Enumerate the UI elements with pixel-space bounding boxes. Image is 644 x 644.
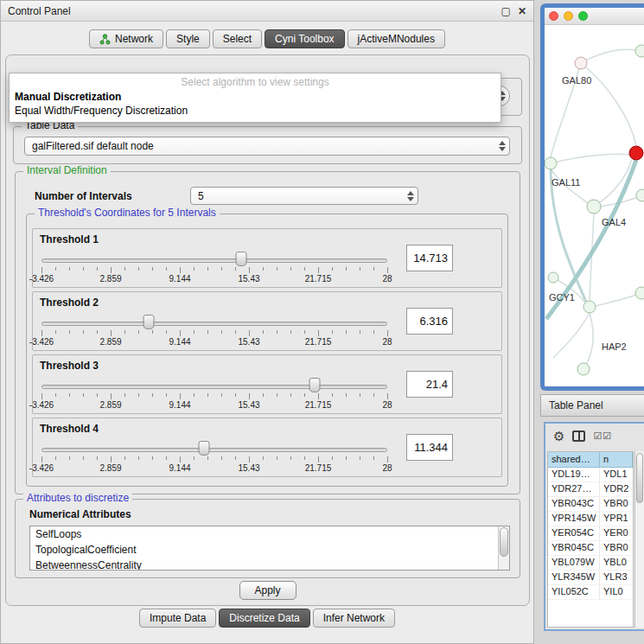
threshold-label: Threshold 1 bbox=[40, 233, 99, 245]
threshold-1-slider[interactable]: -3.4262.8599.14415.4321.71528 bbox=[41, 250, 387, 286]
table-row[interactable]: YDR27…YDR2 bbox=[548, 482, 633, 497]
minimize-button[interactable] bbox=[564, 11, 573, 21]
tab-select[interactable]: Select bbox=[213, 29, 262, 48]
slider-track[interactable] bbox=[41, 448, 387, 452]
columns-icon[interactable] bbox=[572, 430, 585, 442]
slider-track[interactable] bbox=[41, 385, 387, 389]
zoom-button[interactable] bbox=[578, 11, 588, 21]
slider-thumb[interactable] bbox=[309, 378, 321, 392]
tab-cyni-toolbox[interactable]: Cyni Toolbox bbox=[265, 29, 344, 48]
column-header-shared-name[interactable]: shared… bbox=[548, 452, 600, 468]
popup-placeholder: Select algorithm to view settings bbox=[10, 73, 501, 90]
network-canvas[interactable]: GAL80 GAL11 GAL4 GCY1 HAP2 bbox=[545, 25, 644, 386]
table-row[interactable]: YER054CYER0 bbox=[548, 526, 633, 541]
tab-network[interactable]: Network bbox=[89, 29, 163, 48]
node-partial-right[interactable] bbox=[636, 189, 644, 201]
scale-label: 21.715 bbox=[305, 463, 332, 473]
tab-label: Network bbox=[115, 33, 153, 45]
node-partial-right-2[interactable] bbox=[635, 287, 644, 299]
table-row[interactable]: YBR045CYBR0 bbox=[548, 541, 633, 556]
network-icon bbox=[99, 34, 111, 45]
table-data-selected: galFiltered.sif default node bbox=[32, 140, 154, 152]
node-gcy1[interactable] bbox=[583, 301, 596, 313]
popup-option-equal-width-frequency[interactable]: Equal Width/Frequency Discretization bbox=[10, 104, 501, 118]
node-gal80[interactable] bbox=[575, 57, 587, 69]
slider-ticks bbox=[41, 330, 387, 337]
network-window-titlebar[interactable] bbox=[545, 8, 644, 25]
slider-ticks bbox=[41, 393, 387, 400]
scale-label: 15.43 bbox=[238, 274, 259, 284]
node-gal4[interactable] bbox=[587, 200, 601, 214]
checkbox-icons[interactable]: ☑☑ bbox=[593, 431, 612, 441]
table-cell: YBR0 bbox=[600, 497, 633, 511]
column-header-name[interactable]: n bbox=[600, 452, 633, 468]
threshold-1-block: Threshold 1 -3.4262.8599.14415.4321.7152… bbox=[32, 228, 502, 288]
tab-label: Discretize Data bbox=[229, 612, 299, 624]
tab-discretize-data[interactable]: Discretize Data bbox=[219, 609, 309, 628]
control-panel-titlebar[interactable]: Control Panel ▢ ✕ bbox=[1, 1, 533, 22]
gear-icon[interactable]: ⚙ bbox=[553, 430, 564, 443]
scrollbar-thumb[interactable] bbox=[636, 453, 643, 503]
threshold-2-value-field[interactable] bbox=[406, 308, 453, 335]
node-table: shared… n YDL19…YDL1YDR27…YDR2YBR043CYBR… bbox=[547, 451, 634, 628]
table-row[interactable]: YDL19…YDL1 bbox=[548, 468, 633, 482]
tab-impute-data[interactable]: Impute Data bbox=[139, 609, 216, 628]
slider-scale: -3.4262.8599.14415.4321.71528 bbox=[41, 337, 387, 348]
slider-thumb[interactable] bbox=[199, 441, 210, 456]
node-hap2[interactable] bbox=[577, 363, 590, 375]
table-row[interactable]: YIL052CYIL0 bbox=[548, 585, 633, 600]
threshold-3-value-field[interactable] bbox=[406, 371, 453, 398]
table-cell: YIL0 bbox=[600, 585, 633, 599]
table-row[interactable]: YBR043CYBR0 bbox=[548, 497, 633, 512]
tab-style[interactable]: Style bbox=[166, 29, 210, 48]
table-cell: YDL19… bbox=[548, 468, 600, 481]
node-partial-top[interactable] bbox=[635, 45, 644, 57]
threshold-4-value-field[interactable] bbox=[406, 434, 453, 461]
table-row[interactable]: YBL079WYBL0 bbox=[548, 556, 633, 571]
slider-thumb[interactable] bbox=[235, 252, 246, 266]
node-selected-red[interactable] bbox=[629, 146, 643, 160]
table-row[interactable]: YLR345WYLR3 bbox=[548, 571, 633, 585]
slider-track[interactable] bbox=[41, 322, 387, 326]
top-tab-bar: Network Style Select Cyni Toolbox jActiv… bbox=[1, 29, 533, 48]
table-panel-window: ⚙ ☑☑ shared… n YDL19…YDL1YDR27…YDR2YBR04… bbox=[544, 422, 644, 631]
list-item[interactable]: BetweennessCentrality bbox=[30, 558, 509, 571]
thresholds-group: Threshold's Coordinates for 5 Intervals … bbox=[26, 214, 508, 487]
close-button[interactable] bbox=[549, 11, 558, 21]
slider-track[interactable] bbox=[41, 258, 387, 263]
threshold-label: Threshold 3 bbox=[40, 360, 99, 372]
table-data-combobox[interactable]: galFiltered.sif default node bbox=[24, 137, 510, 156]
list-scrollbar[interactable] bbox=[498, 526, 509, 570]
table-row[interactable]: YPR145WYPR1 bbox=[548, 512, 633, 526]
slider-thumb[interactable] bbox=[143, 315, 155, 329]
table-scrollbar[interactable] bbox=[634, 451, 644, 628]
number-of-intervals-combobox[interactable]: 5 bbox=[190, 187, 418, 205]
scale-label: 21.715 bbox=[305, 400, 332, 410]
group-title: Attributes to discretize bbox=[23, 492, 132, 504]
table-panel-titlebar[interactable]: Table Panel bbox=[540, 394, 644, 417]
scale-label: -3.426 bbox=[29, 337, 54, 347]
scale-label: 15.43 bbox=[238, 400, 259, 410]
threshold-2-slider[interactable]: -3.4262.8599.14415.4321.71528 bbox=[41, 313, 387, 349]
popup-option-manual-discretization[interactable]: Manual Discretization bbox=[10, 90, 501, 104]
list-item[interactable]: SelfLoops bbox=[30, 526, 509, 542]
slider-scale: -3.4262.8599.14415.4321.71528 bbox=[41, 400, 387, 411]
apply-button[interactable]: Apply bbox=[239, 581, 296, 600]
node-gal11[interactable] bbox=[545, 157, 557, 169]
threshold-3-slider[interactable]: -3.4262.8599.14415.4321.71528 bbox=[41, 376, 387, 412]
node-small[interactable] bbox=[548, 272, 558, 283]
float-window-icon[interactable]: ▢ bbox=[501, 6, 511, 16]
scrollbar-thumb[interactable] bbox=[500, 527, 508, 557]
table-cell: YBR043C bbox=[548, 497, 600, 511]
threshold-1-value-field[interactable] bbox=[406, 245, 453, 271]
list-item[interactable]: TopologicalCoefficient bbox=[30, 542, 509, 558]
tab-jactivemnodules[interactable]: jActiveMNodules bbox=[348, 29, 445, 48]
group-title: Threshold's Coordinates for 5 Intervals bbox=[35, 207, 220, 219]
threshold-4-slider[interactable]: -3.4262.8599.14415.4321.71528 bbox=[41, 439, 387, 475]
network-view-window: GAL80 GAL11 GAL4 GCY1 HAP2 bbox=[540, 3, 644, 391]
table-cell: YPR145W bbox=[548, 512, 600, 526]
numerical-attributes-list[interactable]: SelfLoopsTopologicalCoefficientBetweenne… bbox=[29, 526, 510, 571]
tab-infer-network[interactable]: Infer Network bbox=[313, 609, 395, 628]
threshold-2-block: Threshold 2 -3.4262.8599.14415.4321.7152… bbox=[32, 291, 502, 351]
close-icon[interactable]: ✕ bbox=[518, 6, 526, 16]
